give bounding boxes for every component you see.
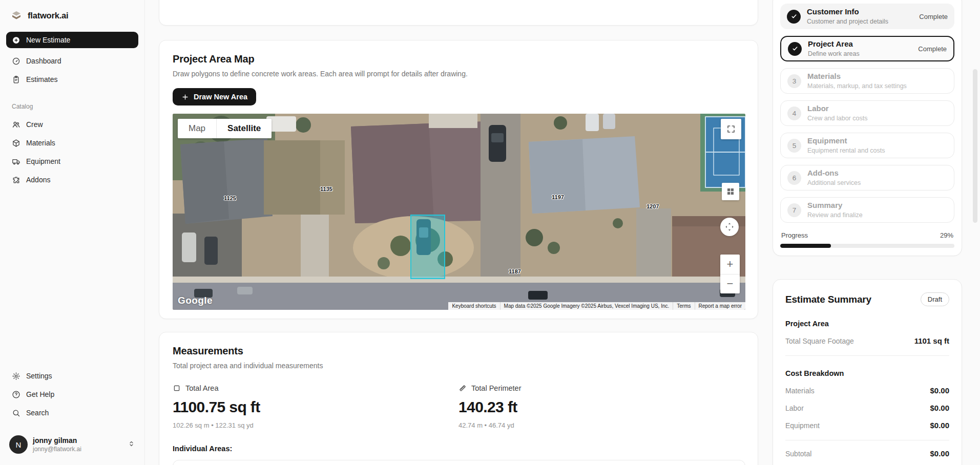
step-equipment[interactable]: 5 Equipment Equipment rental and costs (780, 133, 954, 158)
step-customer-info[interactable]: Customer Info Customer and project detai… (780, 4, 954, 29)
measurement-stats: Total Area 1100.75 sq ft 102.26 sq m • 1… (173, 384, 744, 429)
total-square-footage-value: 1101 sq ft (914, 336, 949, 345)
draw-button-label: Draw New Area (194, 93, 247, 101)
cost-row-label: Materials (785, 387, 815, 395)
progress-bar-fill (780, 244, 831, 248)
pan-arrows-icon (724, 221, 735, 233)
gear-icon (12, 372, 20, 381)
zoom-out-button[interactable]: − (720, 274, 740, 294)
zoom-in-button[interactable]: + (720, 255, 740, 274)
measurements-subtitle: Total project area and individual measur… (173, 362, 744, 370)
step-number: 4 (787, 107, 801, 120)
step-title: Project Area (808, 40, 912, 49)
report-map-error-link[interactable]: Report a map error (695, 302, 745, 310)
divider (785, 355, 949, 356)
check-icon (788, 42, 802, 56)
fullscreen-button[interactable] (721, 119, 741, 139)
nav-label: Equipment (26, 157, 60, 165)
step-number: 6 (787, 171, 801, 185)
cost-row-value: $0.00 (930, 386, 949, 395)
step-title: Summary (807, 201, 947, 210)
sidebar-item-dashboard[interactable]: Dashboard (6, 53, 138, 69)
step-number: 3 (787, 74, 801, 88)
sidebar-item-crew[interactable]: Crew (6, 116, 138, 133)
project-area-map-card: Project Area Map Draw polygons to define… (159, 40, 758, 319)
draft-status-badge: Draft (921, 292, 949, 306)
step-labor[interactable]: 4 Labor Crew and labor costs (780, 100, 954, 126)
sidebar-item-search[interactable]: Search (6, 405, 138, 421)
map-layers-grid-button[interactable] (722, 183, 739, 200)
step-title: Equipment (807, 137, 947, 145)
clipboard-icon (12, 75, 20, 84)
step-subtitle: Crew and labor costs (807, 115, 947, 122)
individual-areas-label: Individual Areas: (173, 445, 744, 453)
labor-cost-row: Labor $0.00 (785, 404, 949, 412)
app-screen: flatwork.ai New Estimate Dashboard Estim… (0, 0, 980, 465)
nav-label: Estimates (26, 75, 57, 83)
nav-label: Materials (26, 139, 55, 147)
map-type-control: Map Satellite (178, 119, 272, 138)
step-status: Complete (919, 13, 948, 20)
user-menu[interactable]: N jonny gilman jonny@flatwork.ai (6, 432, 138, 457)
page-scrollbar-thumb[interactable] (973, 69, 977, 223)
parcel-label: 1187 (509, 268, 521, 274)
sidebar-item-materials[interactable]: Materials (6, 135, 138, 151)
estimate-summary-title: Estimate Summary (785, 294, 871, 305)
nav-label: Settings (26, 372, 52, 380)
sidebar-item-new-estimate[interactable]: New Estimate (6, 32, 138, 48)
catalog-section-label: Catalog (12, 103, 133, 110)
progress-label: Progress (781, 231, 808, 239)
step-project-area[interactable]: Project Area Define work areas Complete (780, 36, 954, 61)
puzzle-icon (12, 176, 20, 184)
step-subtitle: Review and finalize (807, 212, 947, 219)
progress-percent: 29% (940, 231, 953, 239)
step-add-ons[interactable]: 6 Add-ons Additional services (780, 165, 954, 191)
map-type-satellite-button[interactable]: Satellite (216, 119, 272, 138)
sidebar: flatwork.ai New Estimate Dashboard Estim… (0, 0, 145, 465)
sidebar-item-addons[interactable]: Addons (6, 172, 138, 188)
drawn-area-polygon[interactable] (410, 215, 445, 279)
nav-label: Search (26, 409, 49, 417)
map-type-map-button[interactable]: Map (178, 119, 216, 138)
sidebar-item-get-help[interactable]: Get Help (6, 386, 138, 403)
area-list-item-driveway[interactable]: Driveway (173, 460, 745, 465)
package-icon (12, 139, 20, 147)
avatar: N (9, 435, 28, 454)
pan-control-button[interactable] (720, 218, 739, 236)
step-status: Complete (918, 45, 947, 53)
progress-row: Progress 29% (780, 231, 954, 239)
step-subtitle: Customer and project details (807, 18, 913, 25)
map-data-attribution: Map data ©2025 Google Imagery ©2025 Airb… (500, 302, 673, 310)
total-area-alt-units: 102.26 sq m • 122.31 sq yd (173, 421, 458, 429)
subtotal-label: Subtotal (785, 450, 811, 458)
ruler-icon (458, 384, 467, 392)
parcel-label: 1135 (320, 186, 332, 192)
plus-circle-icon (12, 36, 20, 45)
sidebar-item-settings[interactable]: Settings (6, 368, 138, 384)
previous-card-partial (159, 0, 758, 26)
sidebar-item-estimates[interactable]: Estimates (6, 71, 138, 88)
total-perimeter-value: 140.23 ft (458, 398, 744, 416)
fullscreen-icon (726, 124, 736, 134)
step-materials[interactable]: 3 Materials Materials, markup, and tax s… (780, 68, 954, 94)
step-number: 7 (787, 203, 801, 217)
estimate-summary-card: Estimate Summary Draft Project Area Tota… (773, 279, 962, 465)
terms-link[interactable]: Terms (673, 302, 694, 310)
parcel-label: 1125 (224, 195, 236, 201)
total-area-value: 1100.75 sq ft (173, 398, 458, 416)
total-area-label: Total Area (185, 384, 219, 392)
step-summary[interactable]: 7 Summary Review and finalize (780, 197, 954, 223)
cost-row-value: $0.00 (930, 404, 949, 412)
keyboard-shortcuts-link[interactable]: Keyboard shortcuts (448, 302, 499, 310)
sidebar-footer: Settings Get Help Search N jonny gilman … (6, 368, 138, 457)
step-subtitle: Materials, markup, and tax settings (807, 82, 947, 90)
cost-breakdown-section-label: Cost Breakdown (785, 369, 949, 377)
draw-new-area-button[interactable]: Draw New Area (173, 88, 256, 105)
materials-cost-row: Materials $0.00 (785, 386, 949, 395)
zoom-control: + − (720, 255, 740, 293)
plus-icon (181, 93, 189, 101)
equipment-cost-row: Equipment $0.00 (785, 421, 949, 430)
measurements-title: Measurements (173, 345, 744, 357)
sidebar-item-equipment[interactable]: Equipment (6, 153, 138, 170)
satellite-map[interactable]: 1125 1135 1197 1207 1187 Map Satellite (173, 114, 745, 310)
